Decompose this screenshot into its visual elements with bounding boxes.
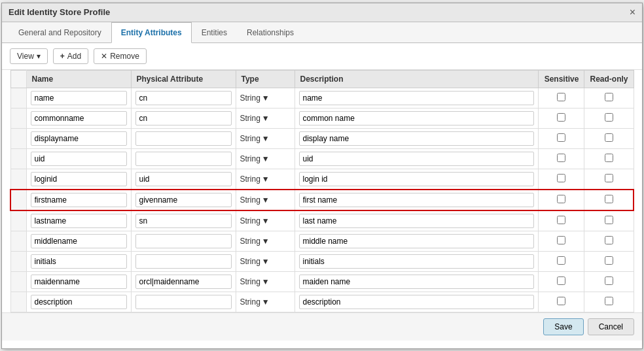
header-physical-attribute: Physical Attribute bbox=[131, 70, 236, 88]
cancel-button[interactable]: Cancel bbox=[588, 318, 634, 335]
sensitive-checkbox[interactable] bbox=[557, 154, 565, 162]
header-readonly: Read-only bbox=[584, 70, 634, 88]
type-value: String bbox=[240, 216, 260, 226]
table-row: String▼ bbox=[10, 210, 634, 231]
type-dropdown-arrow[interactable]: ▼ bbox=[262, 257, 270, 266]
physical-attribute-input[interactable] bbox=[135, 172, 232, 186]
name-input[interactable] bbox=[31, 214, 127, 228]
readonly-checkbox[interactable] bbox=[605, 276, 613, 285]
tab-entities[interactable]: Entities bbox=[192, 22, 237, 43]
physical-attribute-input[interactable] bbox=[135, 295, 232, 309]
description-input[interactable] bbox=[299, 131, 535, 146]
name-input[interactable] bbox=[31, 254, 127, 269]
type-dropdown-arrow[interactable]: ▼ bbox=[262, 134, 270, 143]
physical-attribute-input[interactable] bbox=[135, 234, 232, 248]
sensitive-checkbox[interactable] bbox=[557, 174, 565, 182]
readonly-checkbox[interactable] bbox=[605, 256, 613, 265]
readonly-cell bbox=[584, 128, 634, 148]
description-input[interactable] bbox=[299, 172, 535, 186]
physical-attribute-input[interactable] bbox=[135, 254, 232, 269]
type-dropdown-arrow[interactable]: ▼ bbox=[262, 195, 270, 205]
view-button[interactable]: View ▾ bbox=[10, 48, 48, 64]
readonly-checkbox[interactable] bbox=[605, 93, 613, 101]
description-cell bbox=[295, 271, 539, 292]
sensitive-checkbox[interactable] bbox=[557, 133, 565, 142]
description-input[interactable] bbox=[299, 111, 535, 125]
description-input[interactable] bbox=[299, 214, 535, 228]
sensitive-checkbox[interactable] bbox=[557, 297, 565, 305]
name-input[interactable] bbox=[31, 295, 127, 309]
type-dropdown-arrow[interactable]: ▼ bbox=[262, 154, 270, 163]
save-button[interactable]: Save bbox=[543, 318, 583, 335]
name-input[interactable] bbox=[31, 131, 127, 146]
type-dropdown-arrow[interactable]: ▼ bbox=[262, 114, 270, 123]
sensitive-checkbox[interactable] bbox=[557, 93, 565, 101]
description-input[interactable] bbox=[299, 295, 535, 309]
type-dropdown-arrow[interactable]: ▼ bbox=[262, 175, 270, 184]
description-input[interactable] bbox=[299, 234, 535, 248]
readonly-checkbox[interactable] bbox=[605, 154, 613, 162]
physical-attribute-cell bbox=[131, 292, 236, 312]
row-number bbox=[10, 210, 26, 231]
description-input[interactable] bbox=[299, 275, 535, 289]
sensitive-checkbox[interactable] bbox=[557, 216, 565, 224]
type-value: String bbox=[240, 195, 260, 205]
physical-attribute-input[interactable] bbox=[135, 131, 232, 146]
name-input[interactable] bbox=[31, 275, 127, 289]
dialog-title: Edit Identity Store Profile bbox=[9, 7, 110, 17]
readonly-checkbox[interactable] bbox=[605, 216, 613, 224]
add-button[interactable]: + Add bbox=[53, 48, 88, 64]
physical-attribute-input[interactable] bbox=[135, 152, 232, 166]
readonly-checkbox[interactable] bbox=[605, 113, 613, 122]
readonly-checkbox[interactable] bbox=[605, 236, 613, 244]
sensitive-checkbox[interactable] bbox=[557, 195, 565, 203]
sensitive-cell bbox=[539, 128, 584, 148]
name-input[interactable] bbox=[31, 111, 127, 125]
type-dropdown-arrow[interactable]: ▼ bbox=[262, 237, 270, 246]
tab-general[interactable]: General and Repository bbox=[9, 22, 111, 43]
physical-attribute-input[interactable] bbox=[135, 193, 232, 207]
name-cell bbox=[26, 251, 131, 271]
tab-entity-attributes[interactable]: Entity Attributes bbox=[111, 22, 192, 43]
readonly-checkbox[interactable] bbox=[605, 174, 613, 182]
type-dropdown-arrow[interactable]: ▼ bbox=[262, 93, 270, 103]
table-row: String▼ bbox=[10, 251, 634, 271]
description-input[interactable] bbox=[299, 193, 535, 207]
readonly-checkbox[interactable] bbox=[605, 133, 613, 142]
add-label: Add bbox=[67, 52, 81, 61]
type-cell: String▼ bbox=[236, 128, 295, 148]
type-dropdown-arrow[interactable]: ▼ bbox=[262, 297, 270, 307]
sensitive-checkbox[interactable] bbox=[557, 113, 565, 122]
sensitive-checkbox[interactable] bbox=[557, 256, 565, 265]
close-button[interactable]: × bbox=[630, 7, 635, 18]
name-input[interactable] bbox=[31, 91, 127, 105]
name-input[interactable] bbox=[31, 172, 127, 186]
description-input[interactable] bbox=[299, 254, 535, 269]
name-input[interactable] bbox=[31, 193, 127, 207]
sensitive-checkbox[interactable] bbox=[557, 236, 565, 244]
row-number bbox=[10, 128, 26, 148]
physical-attribute-cell bbox=[131, 88, 236, 108]
physical-attribute-input[interactable] bbox=[135, 275, 232, 289]
physical-attribute-input[interactable] bbox=[135, 214, 232, 228]
remove-button[interactable]: ✕ Remove bbox=[94, 48, 147, 64]
type-dropdown-arrow[interactable]: ▼ bbox=[262, 277, 270, 286]
dialog-titlebar: Edit Identity Store Profile × bbox=[2, 3, 642, 22]
readonly-checkbox[interactable] bbox=[605, 297, 613, 305]
name-input[interactable] bbox=[31, 234, 127, 248]
type-dropdown-arrow[interactable]: ▼ bbox=[262, 216, 270, 226]
description-input[interactable] bbox=[299, 152, 535, 166]
row-number bbox=[10, 251, 26, 271]
name-input[interactable] bbox=[31, 152, 127, 166]
physical-attribute-input[interactable] bbox=[135, 91, 232, 105]
tab-relationships[interactable]: Relationships bbox=[237, 22, 304, 43]
sensitive-cell bbox=[539, 292, 584, 312]
physical-attribute-input[interactable] bbox=[135, 111, 232, 125]
readonly-checkbox[interactable] bbox=[605, 195, 613, 203]
sensitive-checkbox[interactable] bbox=[557, 276, 565, 285]
sensitive-cell bbox=[539, 148, 584, 169]
readonly-cell bbox=[584, 169, 634, 190]
description-input[interactable] bbox=[299, 91, 535, 105]
header-sensitive: Sensitive bbox=[539, 70, 584, 88]
table-row: String▼ bbox=[10, 88, 634, 108]
